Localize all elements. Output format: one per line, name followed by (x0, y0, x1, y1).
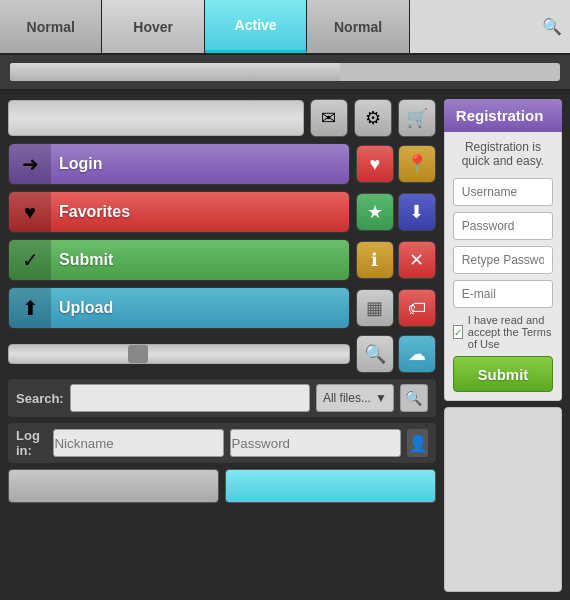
search-input[interactable] (70, 384, 310, 412)
check-icon: ✓ (454, 327, 462, 338)
nav-search-icon[interactable]: 🔍 (542, 17, 562, 37)
submit-button[interactable]: ✓ Submit (8, 239, 350, 281)
tab-active-label: Active (235, 17, 277, 33)
grid-icon: ▦ (366, 297, 383, 319)
password-input[interactable] (230, 429, 401, 457)
mail-icon: ✉ (321, 107, 336, 129)
side-icons-slider: 🔍 ☁ (356, 335, 436, 373)
login-button[interactable]: ➜ Login (8, 143, 350, 185)
side-icons-row2: ★ ⬇ (356, 193, 436, 231)
registration-tagline: Registration is quick and easy. (453, 140, 553, 168)
side-icons-upload: ▦ 🏷 (356, 289, 436, 327)
terms-checkbox[interactable]: ✓ (453, 325, 463, 339)
tab-normal2-label: Normal (334, 19, 382, 35)
text-input[interactable] (8, 100, 304, 136)
tab-active[interactable]: Active (205, 0, 307, 53)
login-row: ➜ Login ♥ 📍 (8, 143, 436, 185)
location-button[interactable]: 📍 (398, 145, 436, 183)
info-button[interactable]: ℹ (356, 241, 394, 279)
star-button[interactable]: ★ (356, 193, 394, 231)
registration-header: Registration (444, 99, 562, 132)
tab-normal1[interactable]: Normal (0, 0, 102, 53)
search-bar: Search: All files... ▼ 🔍 (8, 379, 436, 417)
heart-button[interactable]: ♥ (356, 145, 394, 183)
avatar-button[interactable]: 👤 (407, 429, 427, 457)
search-go-icon: 🔍 (405, 390, 422, 406)
upload-icon: ⬆ (9, 287, 51, 329)
heart-icon: ♥ (369, 154, 380, 175)
reg-retype-input[interactable] (453, 246, 553, 274)
login-icon: ➜ (9, 143, 51, 185)
left-panel: ✉ ⚙ 🛒 ➜ Login ♥ (8, 99, 436, 592)
nav-search-area: 🔍 (410, 0, 570, 53)
upload-button[interactable]: ⬆ Upload (8, 287, 350, 329)
cloud-icon: ☁ (408, 343, 426, 365)
star-icon: ★ (367, 201, 383, 223)
slider-track[interactable] (8, 344, 350, 364)
upload-label: Upload (51, 299, 349, 317)
bottom-buttons (8, 469, 436, 503)
location-icon: 📍 (406, 153, 428, 175)
nickname-input[interactable] (53, 429, 224, 457)
search-label: Search: (16, 391, 64, 406)
search-go-button[interactable]: 🔍 (400, 384, 428, 412)
login-bar: Log in: 👤 (8, 423, 436, 463)
favorites-row: ♥ Favorites ★ ⬇ (8, 191, 436, 233)
chevron-down-icon: ▼ (375, 391, 387, 405)
cart-icon: 🛒 (406, 107, 428, 129)
top-navigation: Normal Hover Active Normal 🔍 (0, 0, 570, 55)
bottom-btn-blue[interactable] (225, 469, 436, 503)
slider-area (8, 344, 350, 364)
progress-fill (10, 63, 340, 81)
favorites-button[interactable]: ♥ Favorites (8, 191, 350, 233)
side-icons-row5: 🔍 ☁ (356, 335, 436, 373)
tab-hover-label: Hover (133, 19, 173, 35)
side-icons-favorites: ★ ⬇ (356, 193, 436, 231)
favorites-icon: ♥ (9, 191, 51, 233)
cloud-button[interactable]: ☁ (398, 335, 436, 373)
search-dropdown[interactable]: All files... ▼ (316, 384, 394, 412)
reg-submit-label: Submit (477, 366, 528, 383)
tab-hover[interactable]: Hover (102, 0, 204, 53)
input-icon-row: ✉ ⚙ 🛒 (8, 99, 436, 137)
search-dropdown-text: All files... (323, 391, 371, 405)
bottom-btn-gray[interactable] (8, 469, 219, 503)
registration-title: Registration (456, 107, 544, 124)
search-small-icon: 🔍 (364, 343, 386, 365)
reg-username-input[interactable] (453, 178, 553, 206)
tag-icon: 🏷 (408, 298, 426, 319)
grid-button[interactable]: ▦ (356, 289, 394, 327)
tab-normal2[interactable]: Normal (307, 0, 409, 53)
slider-icon-row: 🔍 ☁ (8, 335, 436, 373)
close-button[interactable]: ✕ (398, 241, 436, 279)
side-icons-row3: ℹ ✕ (356, 241, 436, 279)
login-bar-label: Log in: (16, 428, 47, 458)
side-icons-row4: ▦ 🏷 (356, 289, 436, 327)
tag-button[interactable]: 🏷 (398, 289, 436, 327)
side-icons-login: ♥ 📍 (356, 145, 436, 183)
side-icons-row1: ♥ 📍 (356, 145, 436, 183)
right-panel: Registration Registration is quick and e… (444, 99, 562, 592)
reg-email-input[interactable] (453, 280, 553, 308)
progress-area (0, 55, 570, 91)
person-icon: 👤 (408, 434, 428, 453)
main-content: ✉ ⚙ 🛒 ➜ Login ♥ (0, 91, 570, 600)
reg-password-input[interactable] (453, 212, 553, 240)
tab-normal1-label: Normal (27, 19, 75, 35)
terms-row: ✓ I have read and accept the Terms of Us… (453, 314, 553, 350)
mail-button[interactable]: ✉ (310, 99, 348, 137)
registration-panel: Registration Registration is quick and e… (444, 99, 562, 401)
close-icon: ✕ (409, 249, 424, 271)
slider-thumb[interactable] (128, 345, 148, 363)
reg-submit-button[interactable]: Submit (453, 356, 553, 392)
side-icons-submit: ℹ ✕ (356, 241, 436, 279)
right-bottom-panel (444, 407, 562, 592)
info-icon: ℹ (371, 249, 378, 271)
cart-button[interactable]: 🛒 (398, 99, 436, 137)
submit-check-icon: ✓ (9, 239, 51, 281)
search-small-button[interactable]: 🔍 (356, 335, 394, 373)
download-button[interactable]: ⬇ (398, 193, 436, 231)
gear-icon: ⚙ (365, 107, 381, 129)
gear-button[interactable]: ⚙ (354, 99, 392, 137)
registration-body: Registration is quick and easy. ✓ I have… (444, 132, 562, 401)
